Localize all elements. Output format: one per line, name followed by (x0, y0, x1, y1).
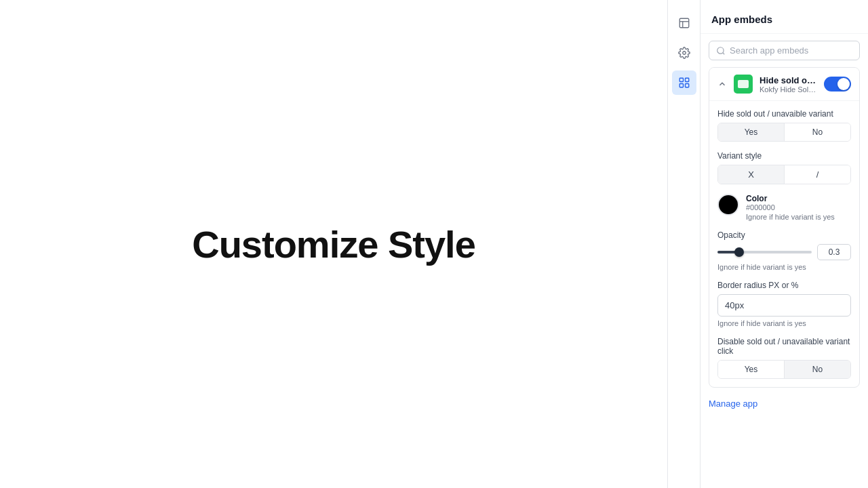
opacity-helper-text: Ignore if hide variant is yes (717, 263, 851, 271)
opacity-slider-track (717, 251, 812, 253)
variant-style-btn-group: X / (717, 165, 851, 184)
color-field: Color #000000 Ignore if hide variant is … (717, 194, 851, 221)
search-input[interactable] (730, 45, 852, 56)
variant-style-slash-btn[interactable]: / (785, 165, 850, 184)
opacity-input[interactable] (817, 244, 851, 260)
panel-title: App embeds (701, 0, 868, 34)
opacity-field: Opacity Ignore if hide variant is yes (717, 230, 851, 271)
opacity-row (717, 244, 851, 260)
search-icon (716, 46, 726, 56)
disable-click-btn-group: Yes No (717, 360, 851, 379)
border-radius-field: Border radius PX or % Ignore if hide var… (717, 281, 851, 327)
border-radius-helper-text: Ignore if hide variant is yes (717, 319, 851, 327)
opacity-slider-thumb (734, 247, 744, 257)
embed-app-icon-inner (738, 80, 749, 88)
disable-click-label: Disable sold out / unavailable variant c… (717, 337, 851, 356)
main-content: Customize Style (0, 0, 667, 488)
hide-sold-out-field: Hide sold out / unavaible variant Yes No (717, 109, 851, 142)
sidebar-item-settings[interactable] (672, 41, 696, 65)
search-box (709, 41, 860, 60)
color-swatch[interactable] (717, 194, 739, 216)
sidebar (667, 0, 700, 488)
disable-click-field: Disable sold out / unavailable variant c… (717, 337, 851, 379)
svg-rect-7 (685, 84, 688, 87)
color-row: Color #000000 Ignore if hide variant is … (717, 194, 851, 221)
embed-item: Hide sold out variant Kokfy Hide Sold Ou… (709, 67, 860, 388)
right-wrapper: App embeds Hide so (667, 0, 868, 488)
color-label: Color (746, 194, 835, 203)
border-radius-input[interactable] (717, 294, 851, 317)
embed-toggle[interactable] (824, 77, 851, 92)
app-embeds-panel: App embeds Hide so (700, 0, 868, 488)
disable-click-no-btn[interactable]: No (785, 361, 850, 378)
variant-style-field: Variant style X / (717, 151, 851, 184)
svg-line-9 (723, 52, 725, 54)
variant-style-x-btn[interactable]: X (718, 165, 785, 184)
manage-app-link[interactable]: Manage app (701, 393, 868, 409)
page-title: Customize Style (192, 222, 475, 266)
opacity-label: Opacity (717, 230, 851, 240)
hide-sold-out-label: Hide sold out / unavaible variant (717, 109, 851, 119)
svg-point-3 (682, 52, 686, 55)
svg-rect-0 (679, 18, 689, 28)
embed-app-icon (734, 75, 753, 94)
chevron-up-icon (717, 79, 727, 89)
embed-subtitle: Kokfy Hide Sold Out Varia... (760, 85, 817, 94)
hide-sold-out-btn-group: Yes No (717, 123, 851, 142)
search-container (701, 34, 868, 67)
embed-header[interactable]: Hide sold out variant Kokfy Hide Sold Ou… (709, 68, 859, 100)
embed-body: Hide sold out / unavaible variant Yes No… (709, 100, 859, 387)
color-info: Color #000000 Ignore if hide variant is … (746, 194, 835, 221)
disable-click-yes-btn[interactable]: Yes (718, 361, 785, 378)
border-radius-label: Border radius PX or % (717, 281, 851, 290)
embed-title-block: Hide sold out variant Kokfy Hide Sold Ou… (760, 75, 817, 94)
embed-name: Hide sold out variant (760, 75, 817, 85)
hide-sold-out-no-btn[interactable]: No (785, 123, 850, 141)
color-note: Ignore if hide variant is yes (746, 213, 835, 221)
svg-point-8 (717, 47, 724, 53)
svg-rect-6 (679, 84, 683, 87)
svg-rect-5 (685, 78, 688, 81)
sidebar-item-layout[interactable] (672, 11, 696, 35)
color-value: #000000 (746, 203, 835, 211)
svg-rect-4 (679, 78, 683, 81)
hide-sold-out-yes-btn[interactable]: Yes (718, 123, 785, 141)
toggle-knob (837, 78, 850, 90)
variant-style-label: Variant style (717, 151, 851, 161)
sidebar-item-apps[interactable] (672, 70, 696, 95)
opacity-slider-container[interactable] (717, 245, 812, 259)
